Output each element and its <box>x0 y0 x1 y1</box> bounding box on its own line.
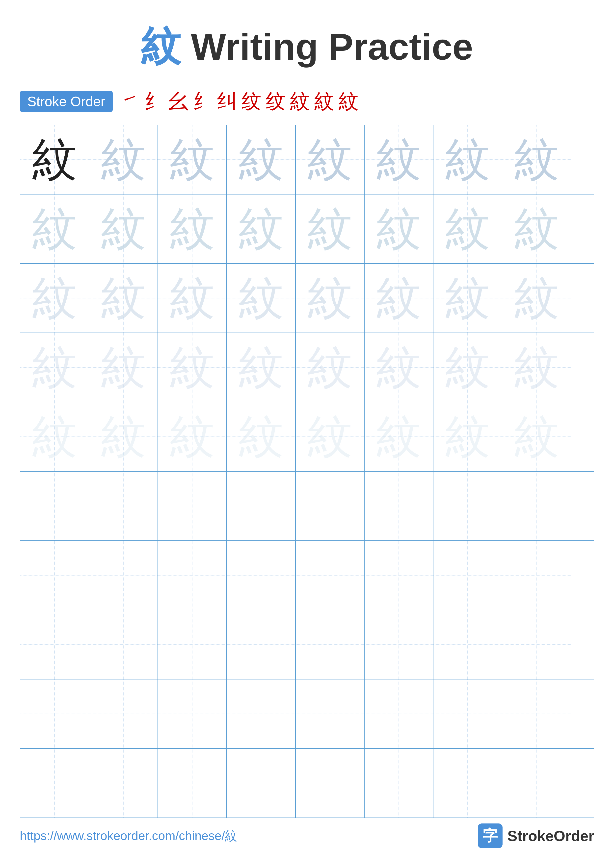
grid-cell-3-8[interactable]: 紋 <box>502 264 571 333</box>
practice-char: 紋 <box>308 137 352 182</box>
grid-cell-4-4[interactable]: 紋 <box>227 333 296 402</box>
grid-cell-1-2[interactable]: 紋 <box>89 125 158 194</box>
grid-cell-8-4[interactable] <box>227 610 296 679</box>
grid-cell-6-2[interactable] <box>89 471 158 540</box>
grid-cell-4-5[interactable]: 紋 <box>296 333 365 402</box>
grid-cell-7-3[interactable] <box>158 541 227 610</box>
grid-cell-5-2[interactable]: 紋 <box>89 402 158 471</box>
grid-cell-8-5[interactable] <box>296 610 365 679</box>
grid-cell-9-7[interactable] <box>434 679 502 748</box>
grid-cell-9-3[interactable] <box>158 679 227 748</box>
grid-cell-1-6[interactable]: 紋 <box>365 125 434 194</box>
practice-char: 紋 <box>170 137 215 182</box>
grid-row-2: 紋 紋 紋 紋 紋 紋 紋 紋 <box>20 194 594 264</box>
grid-cell-9-1[interactable] <box>20 679 89 748</box>
grid-cell-1-3[interactable]: 紋 <box>158 125 227 194</box>
practice-char: 紋 <box>101 276 146 321</box>
grid-cell-10-5[interactable] <box>296 749 365 817</box>
title-char: 紋 <box>141 24 180 68</box>
grid-cell-5-5[interactable]: 紋 <box>296 402 365 471</box>
grid-cell-1-7[interactable]: 紋 <box>434 125 502 194</box>
practice-char: 紋 <box>170 207 215 251</box>
grid-cell-3-5[interactable]: 紋 <box>296 264 365 333</box>
grid-cell-5-1[interactable]: 紋 <box>20 402 89 471</box>
grid-cell-1-8[interactable]: 紋 <box>502 125 571 194</box>
practice-char: 紋 <box>101 137 146 182</box>
grid-cell-9-2[interactable] <box>89 679 158 748</box>
grid-cell-8-8[interactable] <box>502 610 571 679</box>
grid-cell-3-3[interactable]: 紋 <box>158 264 227 333</box>
grid-cell-8-6[interactable] <box>365 610 434 679</box>
grid-cell-10-3[interactable] <box>158 749 227 817</box>
grid-row-9 <box>20 679 594 749</box>
grid-cell-3-1[interactable]: 紋 <box>20 264 89 333</box>
grid-cell-2-8[interactable]: 紋 <box>502 194 571 263</box>
practice-char: 紋 <box>445 414 490 459</box>
grid-row-8 <box>20 610 594 679</box>
practice-char: 紋 <box>170 414 215 459</box>
grid-cell-4-7[interactable]: 紋 <box>434 333 502 402</box>
grid-cell-5-8[interactable]: 紋 <box>502 402 571 471</box>
grid-cell-6-1[interactable] <box>20 471 89 540</box>
grid-cell-2-6[interactable]: 紋 <box>365 194 434 263</box>
grid-cell-4-8[interactable]: 紋 <box>502 333 571 402</box>
grid-cell-7-5[interactable] <box>296 541 365 610</box>
grid-cell-6-5[interactable] <box>296 471 365 540</box>
grid-cell-10-8[interactable] <box>502 749 571 817</box>
grid-cell-4-6[interactable]: 紋 <box>365 333 434 402</box>
grid-cell-6-8[interactable] <box>502 471 571 540</box>
grid-cell-7-1[interactable] <box>20 541 89 610</box>
grid-row-6 <box>20 471 594 541</box>
grid-cell-6-6[interactable] <box>365 471 434 540</box>
grid-cell-8-3[interactable] <box>158 610 227 679</box>
grid-cell-7-4[interactable] <box>227 541 296 610</box>
grid-cell-2-1[interactable]: 紋 <box>20 194 89 263</box>
grid-cell-9-8[interactable] <box>502 679 571 748</box>
footer-logo: 字 StrokeOrder <box>478 823 594 848</box>
grid-cell-7-2[interactable] <box>89 541 158 610</box>
grid-cell-2-7[interactable]: 紋 <box>434 194 502 263</box>
practice-char: 紋 <box>515 137 559 182</box>
grid-cell-10-2[interactable] <box>89 749 158 817</box>
grid-cell-3-2[interactable]: 紋 <box>89 264 158 333</box>
grid-cell-4-2[interactable]: 紋 <box>89 333 158 402</box>
grid-cell-5-6[interactable]: 紋 <box>365 402 434 471</box>
grid-cell-6-7[interactable] <box>434 471 502 540</box>
grid-cell-9-6[interactable] <box>365 679 434 748</box>
grid-cell-5-7[interactable]: 紋 <box>434 402 502 471</box>
grid-cell-2-5[interactable]: 紋 <box>296 194 365 263</box>
stroke-order-badge: Stroke Order <box>20 91 113 112</box>
grid-cell-8-1[interactable] <box>20 610 89 679</box>
grid-cell-8-2[interactable] <box>89 610 158 679</box>
grid-cell-6-4[interactable] <box>227 471 296 540</box>
grid-cell-1-5[interactable]: 紋 <box>296 125 365 194</box>
grid-cell-1-4[interactable]: 紋 <box>227 125 296 194</box>
grid-cell-2-4[interactable]: 紋 <box>227 194 296 263</box>
grid-cell-9-5[interactable] <box>296 679 365 748</box>
grid-cell-5-3[interactable]: 紋 <box>158 402 227 471</box>
grid-cell-2-2[interactable]: 紋 <box>89 194 158 263</box>
grid-cell-6-3[interactable] <box>158 471 227 540</box>
grid-cell-3-4[interactable]: 紋 <box>227 264 296 333</box>
grid-cell-8-7[interactable] <box>434 610 502 679</box>
grid-cell-10-7[interactable] <box>434 749 502 817</box>
practice-char: 紋 <box>308 207 352 251</box>
footer-url[interactable]: https://www.strokeorder.com/chinese/紋 <box>20 828 237 844</box>
practice-char: 紋 <box>515 207 559 251</box>
grid-cell-2-3[interactable]: 紋 <box>158 194 227 263</box>
grid-cell-7-7[interactable] <box>434 541 502 610</box>
grid-cell-7-6[interactable] <box>365 541 434 610</box>
grid-cell-10-1[interactable] <box>20 749 89 817</box>
practice-char: 紋 <box>376 207 421 251</box>
grid-cell-5-4[interactable]: 紋 <box>227 402 296 471</box>
grid-cell-1-1[interactable]: 紋 <box>20 125 89 194</box>
grid-cell-3-7[interactable]: 紋 <box>434 264 502 333</box>
grid-cell-10-6[interactable] <box>365 749 434 817</box>
grid-cell-7-8[interactable] <box>502 541 571 610</box>
grid-cell-10-4[interactable] <box>227 749 296 817</box>
footer: https://www.strokeorder.com/chinese/紋 字 … <box>0 823 614 848</box>
grid-cell-4-1[interactable]: 紋 <box>20 333 89 402</box>
grid-cell-9-4[interactable] <box>227 679 296 748</box>
grid-cell-4-3[interactable]: 紋 <box>158 333 227 402</box>
grid-cell-3-6[interactable]: 紋 <box>365 264 434 333</box>
